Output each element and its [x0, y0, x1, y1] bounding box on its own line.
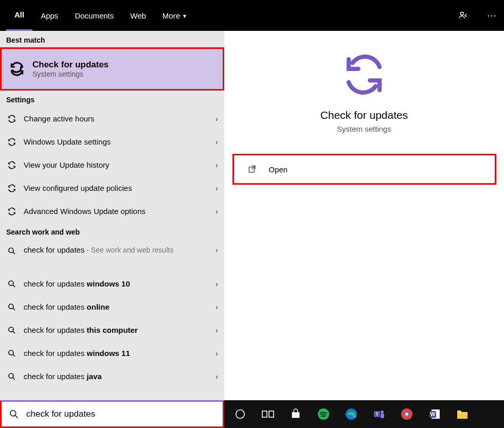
open-external-icon [247, 164, 258, 174]
web-result-label: check for updates - See work and web res… [24, 245, 215, 254]
results-left-column: Best match Check for updates System sett… [0, 31, 224, 400]
svg-point-6 [9, 373, 13, 378]
web-result-windows10[interactable]: check for updates windows 10 › [0, 272, 224, 295]
svg-point-1 [9, 248, 13, 253]
web-results-header: Search work and web [0, 223, 224, 239]
settings-item-update-history[interactable]: View your Update history › [0, 153, 224, 176]
refresh-icon [6, 207, 17, 216]
chevron-right-icon: › [215, 326, 218, 334]
svg-point-16 [381, 411, 384, 414]
svg-point-4 [9, 327, 13, 332]
settings-item-update-policies[interactable]: View configured update policies › [0, 176, 224, 200]
teams-icon[interactable]: T [372, 407, 386, 421]
tab-all[interactable]: All [6, 0, 32, 31]
taskbar: T W [224, 400, 504, 428]
best-match-title: Check for updates [32, 60, 109, 70]
web-result-thiscomputer[interactable]: check for updates this computer › [0, 318, 224, 342]
svg-point-3 [9, 304, 13, 309]
settings-item-windows-update[interactable]: Windows Update settings › [0, 130, 224, 153]
search-input[interactable] [26, 409, 215, 419]
tab-more-label: More [163, 11, 180, 20]
settings-item-label: View configured update policies [24, 184, 215, 192]
tab-more[interactable]: More ▾ [154, 0, 194, 31]
refresh-icon [6, 184, 17, 193]
settings-item-advanced-update[interactable]: Advanced Windows Update options › [0, 200, 224, 223]
svg-point-5 [9, 350, 13, 355]
open-button[interactable]: Open [232, 154, 496, 185]
chevron-right-icon: › [215, 114, 218, 123]
word-icon[interactable]: W [428, 407, 441, 421]
web-result-windows11[interactable]: check for updates windows 11 › [0, 342, 224, 365]
settings-item-label: View your Update history [24, 160, 215, 169]
svg-text:T: T [375, 412, 379, 417]
refresh-icon [6, 114, 17, 123]
tab-documents[interactable]: Documents [66, 0, 122, 31]
chrome-icon[interactable] [400, 407, 413, 421]
open-label: Open [269, 165, 288, 174]
settings-header: Settings [0, 91, 224, 107]
more-options-icon[interactable]: ⋯ [484, 10, 499, 21]
svg-point-9 [236, 410, 245, 419]
settings-item-label: Windows Update settings [24, 137, 215, 146]
chevron-right-icon: › [215, 207, 218, 216]
refresh-icon [6, 160, 17, 170]
svg-rect-24 [457, 413, 467, 419]
svg-point-20 [405, 413, 408, 415]
refresh-icon [341, 51, 387, 98]
feedback-icon[interactable] [458, 10, 472, 21]
chevron-right-icon: › [215, 349, 218, 358]
task-view-icon[interactable] [261, 407, 275, 421]
search-box[interactable] [0, 400, 224, 428]
best-match-result[interactable]: Check for updates System settings [0, 47, 224, 91]
tab-web[interactable]: Web [122, 0, 154, 31]
preview-subtitle: System settings [337, 124, 391, 133]
svg-point-8 [10, 411, 16, 416]
search-icon [6, 246, 17, 256]
tab-apps[interactable]: Apps [32, 0, 66, 31]
file-explorer-icon[interactable] [456, 407, 469, 421]
web-result-java[interactable]: check for updates java › [0, 365, 224, 388]
web-result-label: check for updates windows 10 [24, 279, 215, 288]
chevron-right-icon: › [215, 137, 218, 146]
web-result-label: check for updates this computer [24, 326, 215, 334]
search-icon [6, 302, 17, 312]
settings-item-active-hours[interactable]: Change active hours › [0, 107, 224, 130]
web-result-workweb[interactable]: check for updates - See work and web res… [0, 239, 224, 272]
chevron-right-icon: › [215, 279, 218, 288]
web-result-online[interactable]: check for updates online › [0, 295, 224, 318]
web-result-label: check for updates java [24, 372, 215, 381]
cortana-icon[interactable] [233, 407, 247, 421]
svg-point-2 [9, 281, 13, 286]
refresh-icon [9, 61, 25, 77]
edge-icon[interactable] [345, 407, 358, 421]
best-match-subtitle: System settings [32, 70, 109, 78]
chevron-down-icon: ▾ [183, 12, 186, 20]
best-match-header: Best match [0, 31, 224, 47]
chevron-right-icon: › [215, 184, 218, 192]
refresh-icon [6, 137, 17, 147]
spotify-icon[interactable] [317, 407, 330, 421]
store-icon[interactable] [289, 407, 302, 421]
bottom-bar: T W [0, 400, 504, 428]
result-preview-pane: Check for updates System settings Open [224, 31, 504, 400]
chevron-right-icon: › [215, 245, 218, 254]
scope-tabs: All Apps Documents Web More ▾ [6, 0, 194, 31]
search-topbar: All Apps Documents Web More ▾ ⋯ [0, 0, 504, 31]
chevron-right-icon: › [215, 302, 218, 311]
svg-rect-17 [381, 414, 384, 418]
svg-point-0 [460, 12, 463, 15]
search-icon [6, 326, 17, 335]
search-icon [6, 279, 17, 289]
settings-item-label: Advanced Windows Update options [24, 207, 215, 216]
svg-rect-11 [269, 411, 274, 417]
preview-title: Check for updates [320, 109, 408, 121]
svg-text:W: W [430, 412, 436, 417]
search-results-panel: Best match Check for updates System sett… [0, 31, 504, 400]
search-icon [6, 372, 17, 381]
settings-item-label: Change active hours [24, 114, 215, 123]
web-result-label: check for updates windows 11 [24, 349, 215, 358]
chevron-right-icon: › [215, 372, 218, 381]
svg-rect-10 [262, 411, 267, 417]
search-icon [9, 409, 19, 419]
search-icon [6, 349, 17, 358]
